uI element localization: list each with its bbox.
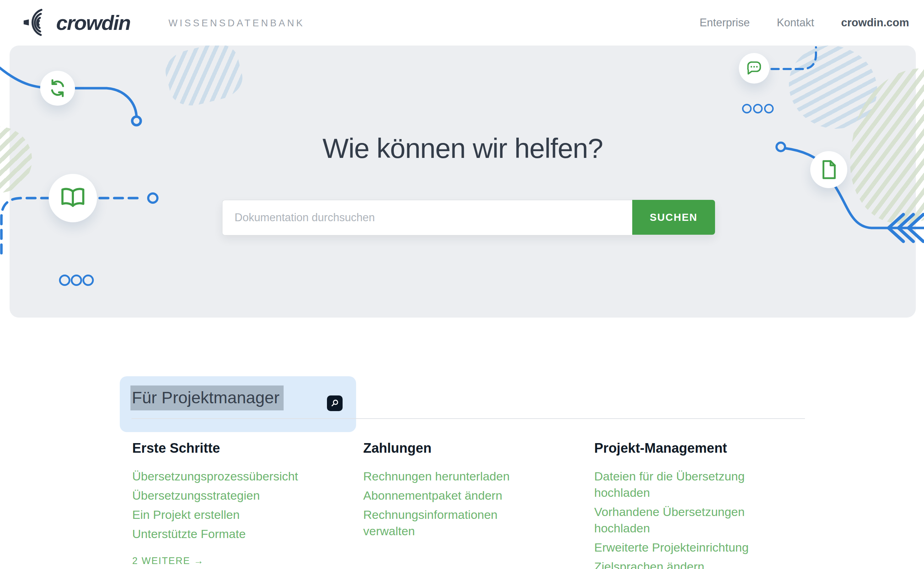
column-heading: Zahlungen [363, 440, 530, 456]
article-link[interactable]: Zielsprachen ändern [594, 558, 772, 569]
nav-crowdin-com[interactable]: crowdin.com [841, 16, 909, 29]
dot-decoration [753, 104, 763, 113]
column-projekt-management: Projekt-Management Dateien für die Übers… [594, 440, 772, 569]
dot-decoration [742, 104, 752, 113]
hero-title: Wie können wir helfen? [10, 132, 916, 165]
crowdin-logo[interactable]: crowdin [21, 7, 130, 38]
crowdin-logo-icon [21, 7, 51, 38]
article-link[interactable]: Abonnementpaket ändern [363, 487, 530, 504]
dot-decoration [764, 104, 774, 113]
nav-enterprise[interactable]: Enterprise [699, 16, 750, 29]
column-erste-schritte: Erste Schritte Übersetzungsprozessübersi… [132, 440, 331, 566]
dot-decoration [59, 275, 70, 286]
more-link[interactable]: 2 WEITERE → [132, 555, 204, 566]
chat-bubble-icon [739, 53, 769, 84]
article-link[interactable]: Übersetzungsstrategien [132, 487, 331, 504]
article-link[interactable]: Erweiterte Projekteinrichtung [594, 539, 772, 555]
section-search-badge[interactable] [327, 396, 343, 411]
section-title: Für Projektmanager [130, 385, 284, 411]
magnifier-icon [330, 398, 340, 408]
article-link[interactable]: Übersetzungsprozessübersicht [132, 468, 331, 484]
dot-decoration [82, 275, 94, 286]
article-link[interactable]: Unterstützte Formate [132, 526, 331, 542]
brand-wordmark: crowdin [56, 11, 130, 35]
article-link[interactable]: Vorhandene Übersetzungen hochladen [594, 504, 772, 536]
column-heading: Projekt-Management [594, 440, 772, 456]
header-nav: Enterprise Kontakt crowdin.com [699, 0, 909, 46]
search-bar: SUCHEN [222, 200, 715, 235]
article-link[interactable]: Rechnungen herunterladen [363, 468, 530, 484]
column-zahlungen: Zahlungen Rechnungen herunterladen Abonn… [363, 440, 530, 542]
page: crowdin WISSENSDATENBANK Enterprise Kont… [0, 0, 924, 569]
dot-decoration [71, 275, 82, 286]
sync-icon [40, 71, 75, 106]
search-input[interactable] [222, 200, 632, 236]
header: crowdin WISSENSDATENBANK Enterprise Kont… [0, 0, 924, 46]
hero-panel [10, 46, 916, 318]
article-link[interactable]: Dateien für die Übersetzung hochladen [594, 468, 772, 501]
knowledge-base-subtitle: WISSENSDATENBANK [168, 18, 305, 29]
search-button[interactable]: SUCHEN [632, 200, 715, 235]
nav-kontakt[interactable]: Kontakt [777, 16, 814, 29]
article-link[interactable]: Rechnungsinformationen verwalten [363, 507, 530, 539]
article-link[interactable]: Ein Projekt erstellen [132, 507, 331, 523]
section-divider [132, 418, 805, 419]
book-icon [49, 174, 97, 222]
column-heading: Erste Schritte [132, 440, 331, 456]
